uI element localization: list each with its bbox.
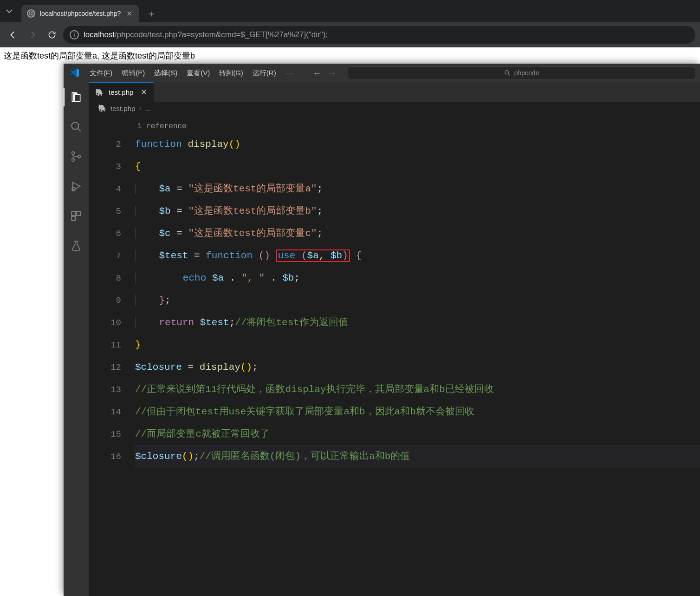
line-number: 15 <box>89 423 135 445</box>
close-icon[interactable]: ✕ <box>138 87 147 97</box>
back-button[interactable] <box>5 26 21 43</box>
vscode-command-center[interactable]: phpcode <box>348 66 695 79</box>
code-line[interactable]: $a = "这是函数test的局部变量a"; <box>135 178 700 200</box>
php-file-icon: 🐘 <box>95 88 104 97</box>
editor-area: 🐘 test.php ✕ 🐘 test.php › ... 1 referenc… <box>89 82 700 596</box>
code-line[interactable]: } <box>135 334 700 356</box>
codelens-references[interactable]: 1 reference <box>135 115 700 133</box>
svg-point-5 <box>78 155 80 157</box>
svg-point-3 <box>72 152 74 154</box>
line-number: 4 <box>89 178 135 200</box>
info-icon[interactable]: i <box>70 30 79 39</box>
line-number: 12 <box>89 356 135 379</box>
activity-bar <box>64 82 89 596</box>
menu-file[interactable]: 文件(F) <box>86 67 116 79</box>
code-line[interactable]: return $test;//将闭包test作为返回值 <box>135 312 700 334</box>
svg-rect-8 <box>77 211 81 216</box>
menu-run[interactable]: 运行(R) <box>249 67 280 79</box>
line-number: 16 <box>89 445 135 468</box>
source-control-icon[interactable] <box>64 146 89 167</box>
line-number: 10 <box>89 312 135 334</box>
editor-tab-title: test.php <box>109 88 133 96</box>
editor-back-button[interactable]: ← <box>312 68 322 79</box>
vscode-search-text: phpcode <box>514 69 539 77</box>
editor-tab-testphp[interactable]: 🐘 test.php ✕ <box>89 82 154 102</box>
svg-rect-9 <box>71 216 76 221</box>
reload-button[interactable] <box>44 26 60 43</box>
line-number: 8 <box>89 267 135 289</box>
new-tab-button[interactable]: ＋ <box>143 6 159 21</box>
extensions-icon[interactable] <box>64 206 89 226</box>
browser-tabstrip: localhost/phpcode/test.php? ✕ ＋ <box>0 0 700 22</box>
vscode-window: 文件(F) 编辑(E) 选择(S) 查看(V) 转到(G) 运行(R) ··· … <box>64 64 700 596</box>
line-number: 13 <box>89 379 135 401</box>
menu-select[interactable]: 选择(S) <box>150 67 181 79</box>
code-line[interactable]: $c = "这是函数test的局部变量c"; <box>135 223 700 245</box>
line-number: 2 <box>89 133 135 156</box>
svg-rect-7 <box>71 211 76 216</box>
explorer-icon[interactable] <box>64 87 89 107</box>
line-number: 3 <box>89 156 135 178</box>
browser-toolbar: i localhost/phpcode/test.php?a=system&cm… <box>0 22 700 47</box>
breadcrumb-file: test.php <box>110 105 135 112</box>
line-number: 5 <box>89 200 135 223</box>
url-bar[interactable]: i localhost/phpcode/test.php?a=system&cm… <box>63 26 695 44</box>
close-icon[interactable]: ✕ <box>125 9 133 18</box>
line-number: 6 <box>89 223 135 245</box>
svg-point-1 <box>505 71 508 74</box>
code-line[interactable]: $test = function () use ($a, $b) { <box>135 245 700 267</box>
vscode-titlebar: 文件(F) 编辑(E) 选择(S) 查看(V) 转到(G) 运行(R) ··· … <box>64 64 700 82</box>
php-file-icon: 🐘 <box>98 104 107 112</box>
highlighted-use-clause: use ($a, $b) <box>276 249 350 262</box>
line-number: 11 <box>89 334 135 356</box>
svg-point-2 <box>71 122 78 129</box>
code-line[interactable]: $b = "这是函数test的局部变量b"; <box>135 200 700 223</box>
editor-viewport[interactable]: 1 reference 2 function display() 3 { 4 $… <box>89 115 700 596</box>
search-icon <box>504 70 511 76</box>
code-line[interactable]: //而局部变量c就被正常回收了 <box>135 423 700 445</box>
code-line[interactable]: function display() <box>135 133 700 156</box>
vscode-logo-icon <box>68 66 81 79</box>
chevron-right-icon: › <box>139 104 141 112</box>
run-debug-icon[interactable] <box>64 176 89 196</box>
line-number: 9 <box>89 289 135 312</box>
code-line-current[interactable]: $closure();//调用匿名函数(闭包)，可以正常输出a和b的值 <box>135 445 700 468</box>
page-body-output: 这是函数test的局部变量a, 这是函数test的局部变量b <box>0 47 700 64</box>
browser-tab-active[interactable]: localhost/phpcode/test.php? ✕ <box>21 5 139 22</box>
code-line[interactable]: }; <box>135 289 700 312</box>
editor-tabs: 🐘 test.php ✕ <box>89 82 700 102</box>
globe-icon <box>27 9 35 18</box>
code-line[interactable]: //但由于闭包test用use关键字获取了局部变量a和b，因此a和b就不会被回收 <box>135 401 700 423</box>
menu-more[interactable]: ··· <box>282 67 298 79</box>
code-line[interactable]: { <box>135 156 700 178</box>
testing-icon[interactable] <box>64 236 89 256</box>
browser-window-dropdown[interactable] <box>0 0 19 22</box>
menu-view[interactable]: 查看(V) <box>183 67 214 79</box>
menu-goto[interactable]: 转到(G) <box>215 67 247 79</box>
breadcrumb-more: ... <box>145 105 151 112</box>
search-icon[interactable] <box>64 117 89 137</box>
url-text: localhost/phpcode/test.php?a=system&cmd=… <box>84 30 328 39</box>
line-number: 14 <box>89 401 135 423</box>
code-line[interactable]: echo $a . ", " . $b; <box>135 267 700 289</box>
code-line[interactable]: //正常来说到第11行代码处，函数display执行完毕，其局部变量a和b已经被… <box>135 379 700 401</box>
editor-forward-button[interactable]: → <box>327 68 337 79</box>
code-line[interactable]: $closure = display(); <box>135 356 700 379</box>
editor-nav-arrows: ← → <box>312 68 337 79</box>
forward-button[interactable] <box>24 26 41 43</box>
code-content: 1 reference 2 function display() 3 { 4 $… <box>89 115 700 468</box>
svg-point-4 <box>72 159 74 161</box>
line-number: 7 <box>89 245 135 267</box>
menu-edit[interactable]: 编辑(E) <box>118 67 149 79</box>
browser-tab-title: localhost/phpcode/test.php? <box>40 10 121 17</box>
breadcrumb[interactable]: 🐘 test.php › ... <box>89 102 700 115</box>
